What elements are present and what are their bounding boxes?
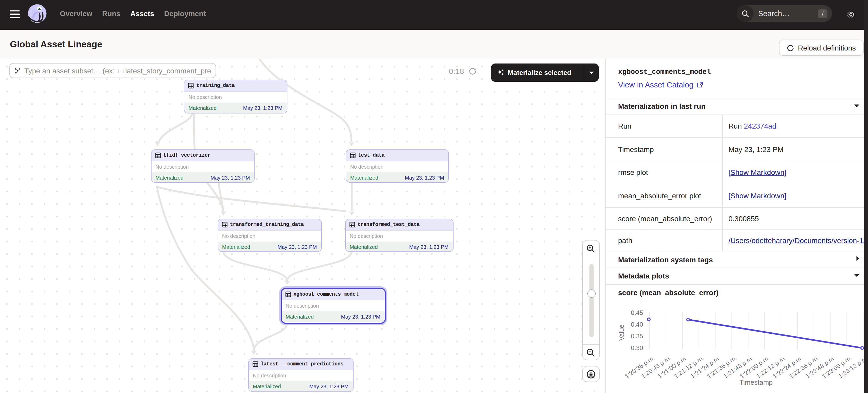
svg-text:0.35: 0.35 [631, 333, 643, 340]
svg-text:Timestamp: Timestamp [739, 379, 773, 386]
svg-text:0.30: 0.30 [631, 344, 643, 351]
svg-text:0.45: 0.45 [631, 309, 643, 316]
svg-text:Value: Value [618, 325, 625, 341]
svg-text:0.40: 0.40 [631, 321, 643, 328]
